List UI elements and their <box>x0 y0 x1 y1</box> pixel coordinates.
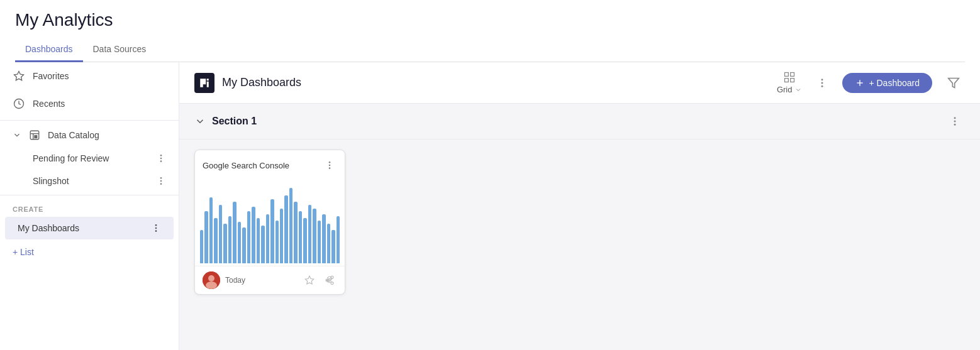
chevron-down-small-icon <box>794 86 802 94</box>
plus-icon <box>855 78 865 88</box>
svg-point-21 <box>821 85 823 87</box>
tab-data-sources[interactable]: Data Sources <box>83 38 157 62</box>
svg-point-37 <box>331 282 333 285</box>
chart-bar <box>261 226 264 263</box>
slingshot-label: Slingshot <box>33 176 69 186</box>
content-header-more-button[interactable] <box>812 73 832 93</box>
section-title: Section 1 <box>212 116 257 127</box>
filter-button[interactable] <box>942 72 965 94</box>
filter-icon <box>947 77 960 89</box>
data-catalog-icon <box>29 129 40 141</box>
svg-point-29 <box>329 165 331 167</box>
sidebar: Favorites Recents <box>0 62 179 350</box>
card-chart <box>195 178 345 266</box>
chart-bar <box>284 195 287 263</box>
chart-bar <box>308 205 311 263</box>
chart-bar <box>313 209 316 263</box>
sidebar-item-slingshot[interactable]: Slingshot <box>0 170 179 192</box>
svg-point-11 <box>160 183 162 185</box>
slingshot-more-icon[interactable] <box>156 176 166 186</box>
svg-point-20 <box>821 82 823 84</box>
card-favorite-button[interactable] <box>302 273 317 288</box>
chart-bar <box>214 218 217 263</box>
data-catalog-label: Data Catalog <box>48 130 99 140</box>
chevron-down-icon <box>13 131 21 139</box>
chart-bar <box>233 202 236 263</box>
card-header: Google Search Console <box>195 150 345 178</box>
content-area: My Dashboards Grid <box>179 62 980 350</box>
svg-marker-34 <box>305 276 313 284</box>
svg-point-30 <box>329 167 331 169</box>
svg-point-32 <box>208 275 214 282</box>
card-more-button[interactable] <box>322 158 337 173</box>
card-title: Google Search Console <box>203 161 289 170</box>
svg-marker-0 <box>14 72 24 80</box>
content-header-right: Grid <box>777 71 965 94</box>
sidebar-divider-2 <box>0 195 179 195</box>
dashboard-card-google-search-console[interactable]: Google Search Console <box>194 150 345 295</box>
chart-bar <box>247 211 250 263</box>
section-chevron-icon <box>194 116 206 127</box>
svg-rect-15 <box>785 73 789 77</box>
content-title: My Dashboards <box>222 76 301 89</box>
my-dashboards-more-icon[interactable] <box>151 223 161 233</box>
svg-rect-18 <box>791 79 794 82</box>
svg-point-12 <box>155 224 157 226</box>
svg-point-9 <box>160 177 162 179</box>
sidebar-add-list[interactable]: + List <box>0 241 179 263</box>
view-type-value: Grid <box>777 85 803 94</box>
chart-bar <box>257 218 260 263</box>
create-section-label: CREATE <box>0 198 179 216</box>
chart-bar <box>228 216 231 263</box>
chart-bar <box>276 221 279 263</box>
cards-grid: Google Search Console <box>194 150 965 295</box>
chart-bar <box>303 218 306 263</box>
section-more-button[interactable] <box>945 111 965 131</box>
share-icon <box>325 275 335 285</box>
card-footer: Today <box>195 266 345 294</box>
star-outline-icon <box>304 275 315 285</box>
chart-bar <box>289 188 292 263</box>
clock-icon <box>13 97 25 110</box>
svg-point-13 <box>155 227 157 229</box>
chart-bar <box>280 209 283 263</box>
card-footer-right <box>302 273 337 288</box>
add-dashboard-button[interactable]: + Dashboard <box>842 73 932 93</box>
sidebar-item-data-catalog[interactable]: Data Catalog <box>0 123 179 147</box>
pending-label: Pending for Review <box>33 153 109 163</box>
grid-icon <box>783 71 796 84</box>
my-dashboards-icon <box>194 73 214 93</box>
user-avatar <box>203 271 220 289</box>
chart-bar <box>223 224 226 263</box>
svg-point-14 <box>155 230 157 232</box>
pending-more-icon[interactable] <box>156 153 166 163</box>
sidebar-item-pending[interactable]: Pending for Review <box>0 147 179 170</box>
chart-bar <box>322 214 325 263</box>
chart-bar <box>252 207 255 263</box>
svg-point-25 <box>954 117 956 119</box>
view-type-button[interactable]: Grid <box>777 71 803 94</box>
section-collapse-button[interactable]: Section 1 <box>194 116 257 127</box>
avatar <box>203 271 220 289</box>
sidebar-item-recents[interactable]: Recents <box>0 90 179 118</box>
svg-point-26 <box>954 121 956 123</box>
chart-bar <box>242 227 245 263</box>
svg-marker-24 <box>949 78 959 87</box>
section-header-container: Section 1 <box>179 104 980 139</box>
sidebar-item-favorites[interactable]: Favorites <box>0 62 179 90</box>
svg-point-10 <box>160 180 162 182</box>
chart-bar <box>238 222 241 263</box>
card-date: Today <box>225 276 245 285</box>
svg-rect-16 <box>791 73 794 77</box>
chart-bar <box>337 216 340 263</box>
chart-bar <box>266 214 269 263</box>
app-title: My Analytics <box>15 10 965 30</box>
chart-bar <box>219 205 222 263</box>
star-icon <box>13 70 25 82</box>
sidebar-item-my-dashboards[interactable]: My Dashboards <box>5 217 174 239</box>
card-share-button[interactable] <box>322 273 337 288</box>
cards-area: Google Search Console <box>179 139 980 350</box>
chart-bar <box>299 211 302 263</box>
content-header-left: My Dashboards <box>194 73 301 93</box>
tab-dashboards[interactable]: Dashboards <box>15 38 83 62</box>
